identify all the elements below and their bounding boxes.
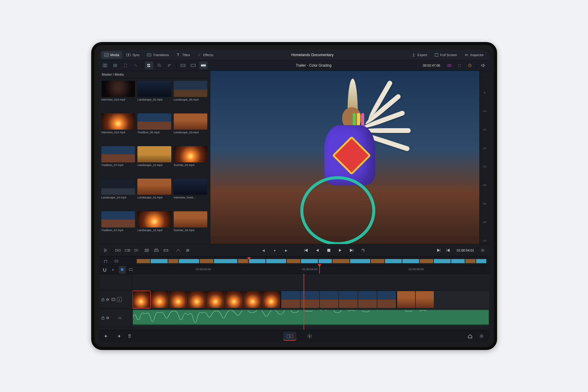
speaker-icon[interactable]	[106, 316, 110, 320]
sort-button[interactable]	[165, 62, 174, 69]
tracks-area[interactable]	[132, 274, 489, 330]
track-collapse-button[interactable]	[112, 257, 121, 265]
inspector-button[interactable]: Inspector	[461, 51, 487, 59]
tab-sync[interactable]: Sync	[123, 51, 142, 59]
cut-page-button[interactable]	[283, 332, 296, 341]
import-button[interactable]	[111, 62, 119, 69]
media-clip[interactable]: Sunrise_04.mp4	[174, 211, 208, 242]
timeline-timecode[interactable]: 01:00:54:01	[454, 249, 477, 252]
audio-track[interactable]	[132, 309, 489, 326]
tools-button[interactable]	[455, 62, 464, 69]
media-clip[interactable]: Landscape_02.mp4	[137, 81, 171, 111]
media-clip[interactable]: Tradition_07.mp4	[101, 146, 135, 176]
play-button[interactable]	[336, 246, 344, 254]
tab-media[interactable]: Media	[101, 51, 122, 59]
video-clip[interactable]	[169, 291, 187, 308]
jog-right-button[interactable]: ▶	[282, 246, 290, 254]
media-clip[interactable]: Landscape_01.mp4	[137, 179, 171, 209]
export-button[interactable]: Export	[409, 51, 430, 59]
video-clip[interactable]	[377, 291, 397, 308]
video-clip[interactable]	[358, 291, 377, 308]
jog-dot-button[interactable]: ●	[271, 246, 279, 254]
options-button[interactable]	[184, 246, 192, 254]
video-clip[interactable]	[281, 291, 300, 308]
media-clip[interactable]: Sunrise_04.mp4	[174, 146, 208, 176]
fullscreen-button[interactable]: Full Screen	[431, 51, 460, 59]
prev-clip-button[interactable]	[444, 246, 452, 254]
audio-trim-button[interactable]	[110, 266, 117, 274]
media-clip[interactable]: Interview_010.mp4	[101, 113, 135, 144]
video-clip[interactable]	[244, 291, 262, 308]
next-clip-button[interactable]	[434, 246, 443, 254]
undo-button[interactable]	[103, 332, 111, 340]
video-clip[interactable]	[225, 291, 243, 308]
tab-effects[interactable]: Effects	[194, 51, 216, 59]
search-button[interactable]	[155, 62, 164, 69]
video-clip[interactable]	[416, 291, 434, 308]
close-up-button[interactable]	[142, 246, 151, 254]
sync-bin-button[interactable]	[121, 62, 130, 69]
timeline-ruler[interactable]: 01:00:52:0001:00:54:0001:00:56:00	[99, 266, 489, 274]
go-start-button[interactable]	[302, 246, 310, 254]
redo-button[interactable]	[114, 332, 122, 340]
media-clip[interactable]: Landscape_06.mp4	[174, 81, 208, 111]
home-button[interactable]	[466, 332, 474, 340]
media-clip[interactable]: Interview_Dusk...	[174, 179, 208, 209]
source-tape-button[interactable]	[179, 62, 187, 69]
media-clip[interactable]: Landscape_12.mp4	[137, 211, 171, 242]
video-clip[interactable]	[320, 291, 338, 308]
strip-view-button[interactable]	[199, 62, 208, 69]
source-overwrite-button[interactable]	[162, 246, 170, 254]
tab-transitions[interactable]: Transitions	[144, 51, 172, 59]
go-end-button[interactable]	[347, 246, 356, 254]
media-clip[interactable]: Landscape_12.mp4	[137, 146, 171, 176]
pool-layout-button[interactable]	[101, 62, 109, 69]
video-clip[interactable]	[151, 291, 169, 308]
blade-tool-button[interactable]	[101, 246, 110, 254]
media-clip[interactable]: Landscape_24.mp4	[101, 179, 135, 209]
viewer-canvas[interactable]: --5-10-15-20-25-30-35-40-45	[210, 71, 489, 244]
media-clip[interactable]: Tradition_07.mp4	[101, 211, 135, 242]
transition-tool-button[interactable]	[174, 246, 182, 254]
loop-button[interactable]	[359, 246, 367, 254]
video-track[interactable]	[132, 291, 489, 309]
camera-raw-button[interactable]	[445, 62, 454, 69]
media-clip[interactable]: Interview_010.mp4	[101, 81, 135, 111]
media-clip[interactable]: Landscape_03.mp4	[174, 113, 208, 144]
tab-titles[interactable]: Titles	[173, 51, 193, 59]
pool-breadcrumb[interactable]: Master / Media	[99, 71, 210, 78]
track-lock-header-button[interactable]	[101, 257, 110, 265]
lock-icon[interactable]	[101, 298, 104, 301]
link-button[interactable]	[131, 62, 140, 69]
settings-button[interactable]	[477, 332, 486, 340]
lock-icon[interactable]	[101, 316, 104, 320]
place-on-top-button[interactable]	[152, 246, 160, 254]
append-button[interactable]	[123, 246, 132, 254]
color-page-button[interactable]	[303, 332, 316, 341]
timeline-menu-button[interactable]	[478, 246, 487, 254]
ripple-button[interactable]	[133, 246, 141, 254]
speaker-icon[interactable]	[106, 298, 110, 301]
jog-left-button[interactable]: ◀	[259, 246, 268, 254]
thumbnail-view-button[interactable]	[145, 62, 153, 69]
smart-insert-button[interactable]	[114, 246, 122, 254]
video-clip[interactable]	[262, 291, 281, 308]
monitor-icon[interactable]	[112, 298, 115, 301]
video-clip[interactable]	[206, 291, 224, 308]
marker-button[interactable]	[119, 266, 126, 274]
video-clip[interactable]	[188, 291, 206, 308]
quick-export-button[interactable]	[466, 62, 474, 69]
delete-button[interactable]	[125, 332, 134, 340]
audio-meter-button[interactable]	[479, 62, 488, 69]
audio-track-header[interactable]: A1	[99, 309, 132, 327]
viewer-timecode[interactable]: 00:02:47:06	[420, 64, 443, 67]
stop-button[interactable]	[325, 246, 333, 254]
audio-clip[interactable]	[133, 310, 489, 324]
video-clip[interactable]	[133, 291, 150, 308]
play-reverse-button[interactable]	[313, 246, 322, 254]
clip-view-button[interactable]	[189, 62, 197, 69]
snap-button[interactable]	[101, 266, 108, 274]
video-track-header[interactable]: 1	[99, 291, 132, 309]
media-clip[interactable]: Tradition_06.mp4	[137, 113, 171, 144]
video-clip[interactable]	[339, 291, 358, 308]
